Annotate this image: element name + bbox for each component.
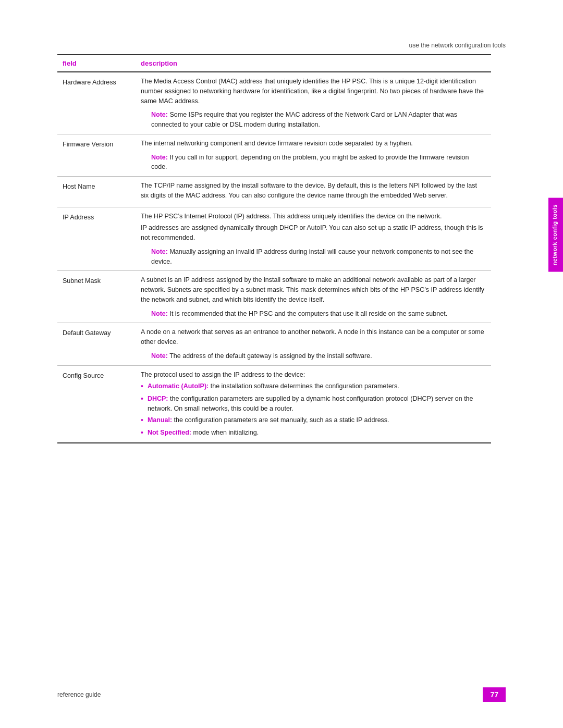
note-text: Some ISPs require that you register the … [151, 111, 457, 128]
page-wrapper: use the network configuration tools netw… [0, 0, 563, 728]
table-row: Default GatewayA node on a network that … [57, 323, 491, 365]
note-label: Note: [151, 310, 168, 317]
description-cell: The internal networking component and de… [136, 134, 491, 176]
side-tab-label: network config tools [552, 204, 558, 266]
note-block: Note: It is recommended that the HP PSC … [151, 309, 486, 319]
bullet-text: DHCP: the configuration parameters are s… [148, 394, 486, 414]
field-cell: Hardware Address [57, 72, 136, 134]
bullet-rest: the configuration parameters are supplie… [148, 395, 473, 412]
description-cell: A node on a network that serves as an en… [136, 323, 491, 365]
table-row: Host NameThe TCP/IP name assigned by the… [57, 177, 491, 207]
description-text: The internal networking component and de… [141, 139, 486, 149]
field-cell: Config Source [57, 365, 136, 443]
field-cell: Host Name [57, 177, 136, 207]
field-cell: Default Gateway [57, 323, 136, 365]
bullet-text: Automatic (AutoIP): the installation sof… [148, 381, 399, 391]
bullet-rest: the installation software determines the… [209, 382, 399, 390]
note-block: Note: The address of the default gateway… [151, 351, 486, 361]
bullet-highlight: Manual: [148, 416, 172, 424]
bullet-highlight: Not Specified: [148, 429, 191, 436]
page-header: use the network configuration tools [0, 0, 563, 54]
field-cell: Subnet Mask [57, 271, 136, 323]
bullet-highlight: DHCP: [148, 395, 168, 402]
table-row: Hardware AddressThe Media Access Control… [57, 72, 491, 134]
page-number: 77 [483, 687, 506, 702]
bullet-item: •DHCP: the configuration parameters are … [141, 394, 486, 414]
col-description-header: description [136, 55, 491, 72]
field-cell: IP Address [57, 207, 136, 271]
side-tab: network config tools [548, 198, 563, 272]
main-content: field description Hardware AddressThe Me… [0, 54, 548, 475]
description-text: The protocol used to assign the IP addre… [141, 370, 486, 380]
bullet-rest: the configuration parameters are set man… [172, 416, 389, 424]
note-label: Note: [151, 352, 168, 360]
description-text: The Media Access Control (MAC) address t… [141, 77, 486, 106]
note-text: If you call in for support, depending on… [151, 154, 469, 171]
footer: reference guide 77 [57, 687, 506, 702]
bullet-text: Manual: the configuration parameters are… [148, 415, 389, 425]
col-field-header: field [57, 55, 136, 72]
table-row: Config SourceThe protocol used to assign… [57, 365, 491, 443]
table-row: Subnet MaskA subnet is an IP address ass… [57, 271, 491, 323]
field-cell: Firmware Version [57, 134, 136, 176]
bullet-highlight: Automatic (AutoIP): [148, 382, 209, 390]
header-text: use the network configuration tools [409, 42, 506, 49]
description-cell: The HP PSC’s Internet Protocol (IP) addr… [136, 207, 491, 271]
note-block: Note: Manually assigning an invalid IP a… [151, 247, 486, 267]
note-text: Manually assigning an invalid IP address… [151, 248, 473, 265]
note-text: The address of the default gateway is as… [168, 352, 372, 360]
bullet-item: •Automatic (AutoIP): the installation so… [141, 381, 486, 392]
description-cell: The protocol used to assign the IP addre… [136, 365, 491, 443]
note-label: Note: [151, 154, 168, 161]
bullet-dot: • [141, 428, 143, 438]
table-row: IP AddressThe HP PSC’s Internet Protocol… [57, 207, 491, 271]
note-label: Note: [151, 248, 168, 255]
description-text: IP addresses are assigned dynamically th… [141, 223, 486, 243]
data-table: field description Hardware AddressThe Me… [57, 54, 491, 443]
note-text: It is recommended that the HP PSC and th… [168, 310, 447, 317]
footer-reference: reference guide [57, 691, 101, 698]
note-block: Note: Some ISPs require that you registe… [151, 110, 486, 130]
bullet-text: Not Specified: mode when initializing. [148, 428, 259, 438]
bullet-rest: mode when initializing. [191, 429, 259, 436]
note-block: Note: If you call in for support, depend… [151, 153, 486, 172]
description-cell: The Media Access Control (MAC) address t… [136, 72, 491, 134]
table-header-row: field description [57, 55, 491, 72]
description-cell: The TCP/IP name assigned by the install … [136, 177, 491, 207]
note-label: Note: [151, 111, 168, 118]
description-text: A subnet is an IP address assigned by th… [141, 275, 486, 304]
description-cell: A subnet is an IP address assigned by th… [136, 271, 491, 323]
description-text: The HP PSC’s Internet Protocol (IP) addr… [141, 212, 486, 221]
bullet-item: •Not Specified: mode when initializing. [141, 428, 486, 438]
bullet-dot: • [141, 381, 143, 392]
bullet-dot: • [141, 394, 143, 404]
bullet-item: •Manual: the configuration parameters ar… [141, 415, 486, 426]
bullet-dot: • [141, 415, 143, 426]
description-text: A node on a network that serves as an en… [141, 327, 486, 347]
table-row: Firmware VersionThe internal networking … [57, 134, 491, 176]
description-text: The TCP/IP name assigned by the install … [141, 181, 486, 201]
